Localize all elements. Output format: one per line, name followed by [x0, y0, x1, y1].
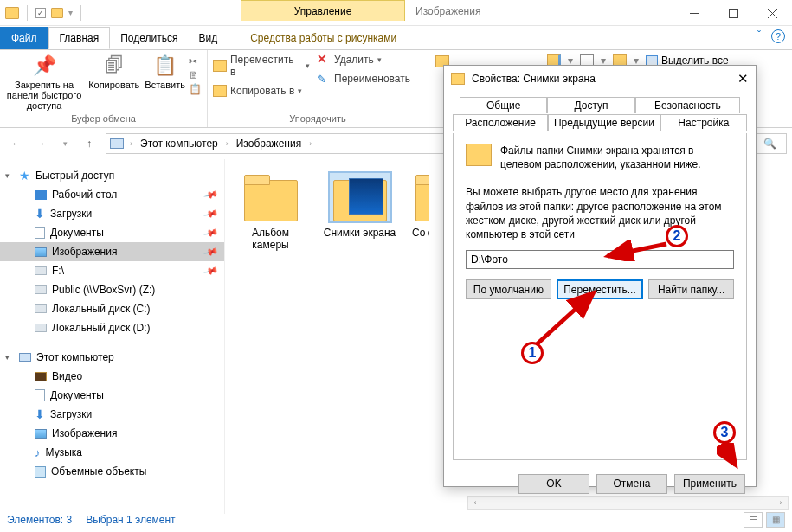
video-icon [35, 372, 47, 381]
paste-icon: 📋 [151, 54, 179, 78]
dialog-title-bar[interactable]: Свойства: Снимки экрана ✕ [444, 66, 756, 92]
nav-local-d[interactable]: Локальный диск (D:) [0, 318, 224, 337]
svg-line-4 [537, 292, 594, 344]
copy-button[interactable]: 🗐 Копировать [88, 54, 139, 90]
location-path-input[interactable] [466, 250, 734, 269]
moveto-icon [213, 60, 227, 72]
nav-pictures[interactable]: Изображения📌 [0, 242, 224, 261]
location-description-2: Вы можете выбрать другое место для хране… [466, 185, 734, 241]
paste-shortcut-icon: 📋 [189, 83, 202, 95]
ok-button[interactable]: OK [518, 474, 589, 494]
details-view-button[interactable]: ☰ [744, 512, 763, 528]
nav-forward-button[interactable]: → [29, 132, 52, 155]
file-screenshots[interactable]: Снимки экрана [323, 173, 396, 239]
paste-button[interactable]: 📋 Вставить [145, 54, 185, 90]
tab-previous-versions[interactable]: Предыдущие версии [548, 114, 660, 131]
tab-customize[interactable]: Настройка [660, 114, 747, 131]
location-description-1: Файлы папки Снимки экрана хранятся в цел… [500, 144, 734, 171]
move-to-button[interactable]: Переместить в [213, 54, 310, 78]
tab-access[interactable]: Доступ [547, 97, 634, 113]
file-saved-pictures[interactable]: Со ф [412, 173, 429, 239]
contextual-tab-header: Управление [241, 0, 405, 21]
copy-path-icon: 🗎 [189, 69, 199, 81]
title-bar: ✓ ▾ Управление Изображения [0, 0, 792, 26]
dialog-close-button[interactable]: ✕ [737, 71, 749, 87]
file-name: Альбом камеры [234, 227, 307, 251]
pin-icon: 📌 [203, 187, 220, 202]
scroll-right-button[interactable]: › [774, 497, 788, 509]
nav-recent-button[interactable]: ▾ [54, 132, 76, 155]
tab-security[interactable]: Безопасность [635, 97, 740, 113]
clipboard-group-label: Буфер обмена [5, 113, 202, 125]
delete-button[interactable]: ✕Удалить [317, 54, 421, 66]
drive-icon [35, 304, 47, 313]
nav-quick-access[interactable]: ▾★Быстрый доступ [0, 166, 224, 185]
copyto-icon [213, 85, 227, 97]
home-tab[interactable]: Главная [48, 27, 111, 49]
rename-button[interactable]: ✎Переименовать [317, 73, 421, 85]
nav-music[interactable]: ♪Музыка [0, 443, 224, 462]
apply-button[interactable]: Применить [674, 474, 745, 494]
pin-to-quick-access-button[interactable]: 📌 Закрепить на панели быстрого доступа [5, 54, 83, 111]
nav-local-c[interactable]: Локальный диск (C:) [0, 299, 224, 318]
nav-downloads[interactable]: ⬇Загрузки📌 [0, 204, 224, 223]
close-button[interactable] [753, 0, 792, 26]
minimize-button[interactable] [675, 0, 714, 26]
nav-downloads2[interactable]: ⬇Загрузки [0, 405, 224, 424]
qat-checkbox[interactable]: ✓ [35, 8, 46, 18]
breadcrumb-thispc[interactable]: Этот компьютер [138, 138, 220, 150]
maximize-button[interactable] [714, 0, 753, 26]
qat-overflow[interactable]: ▾ [68, 8, 73, 17]
copy-to-button[interactable]: Копировать в [213, 85, 310, 97]
cut-button[interactable]: ✂ [189, 55, 202, 67]
qat-folder-icon[interactable] [51, 8, 63, 18]
tab-location[interactable]: Расположение [453, 114, 548, 131]
drive-icon [35, 266, 47, 275]
status-item-count: Элементов: 3 [7, 514, 72, 526]
nav-drive-f[interactable]: F:\📌 [0, 261, 224, 280]
annotation-3: 3 [713, 421, 736, 444]
search-icon: 🔍 [763, 138, 776, 150]
dialog-tabs: Общие Доступ Безопасность Расположение П… [453, 97, 747, 133]
icons-view-button[interactable]: ▦ [766, 512, 785, 528]
pictures-icon [35, 429, 47, 439]
nav-3dobjects[interactable]: Объемные объекты [0, 462, 224, 481]
folder-icon [330, 173, 390, 221]
window-title: Изображения [415, 5, 480, 17]
help-button[interactable]: ? [771, 29, 785, 43]
status-selection: Выбран 1 элемент [86, 514, 175, 526]
picture-tools-tab[interactable]: Средства работы с рисунками [240, 27, 407, 49]
nav-up-button[interactable]: ↑ [78, 132, 100, 155]
nav-pictures2[interactable]: Изображения [0, 424, 224, 443]
ribbon-collapse-chevron[interactable]: ˇ [757, 29, 761, 43]
share-tab[interactable]: Поделиться [110, 27, 188, 49]
nav-public[interactable]: Public (\\VBoxSvr) (Z:) [0, 280, 224, 299]
svg-line-6 [724, 446, 736, 465]
search-box[interactable]: 🔍 [752, 133, 787, 154]
rename-icon: ✎ [317, 73, 331, 85]
address-pc-icon [110, 138, 124, 149]
file-name: Снимки экрана [323, 227, 396, 239]
nav-desktop[interactable]: Рабочий стол📌 [0, 185, 224, 204]
nav-this-pc[interactable]: ▾Этот компьютер [0, 348, 224, 367]
view-tab[interactable]: Вид [188, 27, 228, 49]
paste-shortcut-button[interactable]: 📋 [189, 83, 202, 95]
nav-documents[interactable]: Документы📌 [0, 223, 224, 242]
tab-general[interactable]: Общие [460, 97, 547, 113]
cancel-button[interactable]: Отмена [596, 474, 667, 494]
dialog-title: Свойства: Снимки экрана [472, 73, 596, 85]
file-name: Со ф [412, 227, 429, 239]
find-target-button[interactable]: Найти папку... [648, 279, 734, 299]
svg-rect-1 [730, 9, 738, 17]
file-camera-roll[interactable]: Альбом камеры [234, 173, 307, 251]
nav-back-button[interactable]: ← [5, 132, 28, 155]
pin-icon: 📌 [203, 244, 220, 260]
pin-icon: 📌 [30, 54, 58, 78]
nav-documents2[interactable]: Документы [0, 386, 224, 405]
file-tab[interactable]: Файл [0, 27, 48, 49]
desktop-icon [35, 190, 47, 200]
nav-video[interactable]: Видео [0, 367, 224, 386]
copy-icon: 🗐 [100, 54, 128, 78]
breadcrumb-pictures[interactable]: Изображения [235, 138, 303, 150]
copy-path-button[interactable]: 🗎 [189, 69, 202, 81]
